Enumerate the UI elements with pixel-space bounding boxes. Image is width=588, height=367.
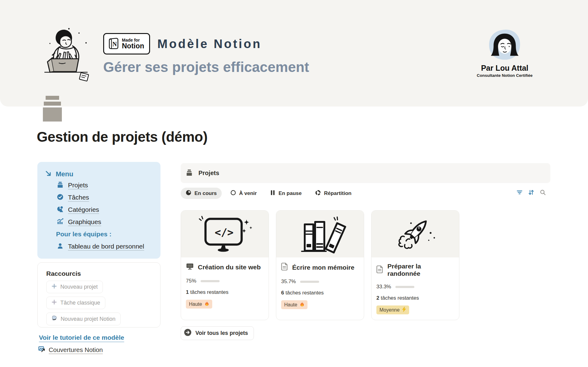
person-icon (57, 242, 64, 251)
badge-made-for: Made for (122, 38, 144, 43)
progress-bar (300, 281, 319, 283)
priority-tag: Haute (281, 300, 307, 309)
author-name: Par Lou Attal (474, 64, 535, 73)
sort-icon[interactable] (528, 189, 534, 197)
plus-icon (51, 299, 57, 306)
teams-heading: Pour les équipes : (56, 228, 160, 240)
tab-label[interactable]: En cours (194, 190, 217, 197)
books-illustration (276, 211, 364, 257)
tasks-count: 2 (376, 295, 379, 301)
tasks-remaining: 6 tâches restantes (281, 290, 359, 296)
tab-a-venir[interactable]: À venir (225, 188, 262, 199)
projects-panel-header: Projets (181, 163, 550, 183)
person-archive-illustration (44, 26, 99, 84)
plus-icon (51, 283, 57, 290)
main-column: Projets En cours À venir En pause (181, 163, 550, 367)
banner-title: Modèle Notion (157, 37, 262, 51)
lightning-icon (402, 307, 406, 313)
svg-text:N: N (112, 41, 117, 47)
tab-label[interactable]: Répartition (324, 190, 352, 197)
author-role: Consultante Notion Certifiée (474, 73, 535, 78)
tasks-label: tâches restantes (190, 289, 228, 295)
view-all-projects-button[interactable]: Voir tous les projets (181, 326, 254, 340)
notion-mini-icon (51, 315, 57, 323)
notion-logo-icon: N (108, 37, 119, 51)
tab-label[interactable]: En pause (278, 190, 302, 197)
sidebar-item-label[interactable]: Catégories (68, 206, 99, 213)
sidebar-item-label[interactable]: Projets (68, 182, 88, 189)
priority-label: Haute (284, 302, 297, 308)
author-avatar (487, 56, 523, 62)
sidebar-item-label[interactable]: Tableau de bord personnel (68, 243, 144, 250)
shortcuts-title: Raccourcis (46, 270, 160, 277)
shortcuts-card: Raccourcis Nouveau projet Tâche classiqu… (37, 262, 160, 328)
view-all-label: Voir tous les projets (195, 330, 248, 336)
in-progress-pie-icon (186, 190, 191, 197)
menu-title: Menu (56, 170, 73, 178)
sidebar-item-projets[interactable]: Projets (57, 179, 160, 191)
badge-notion: Notion (122, 42, 144, 50)
new-project-label: Nouveau projet (60, 284, 98, 290)
tasks-remaining: 2 tâches restantes (376, 295, 454, 301)
document-icon (376, 265, 383, 275)
notion-page: N Made for Notion Modèle Notion Gérer se… (0, 0, 588, 367)
priority-label: Haute (189, 301, 202, 307)
banner-subtitle: Gérer ses projets efficacement (103, 59, 309, 75)
project-card-title[interactable]: Préparer la randonnée (387, 263, 454, 277)
tab-en-cours[interactable]: En cours (181, 188, 222, 199)
rocket-illustration (371, 211, 459, 257)
new-project-button[interactable]: Nouveau projet (46, 281, 103, 293)
sidebar-item-taches[interactable]: Tâches (57, 191, 160, 204)
project-card-randonnee[interactable]: Préparer la randonnée 33.3% 2 tâches res… (371, 210, 459, 320)
project-card-site-web[interactable]: </> (181, 210, 269, 320)
classic-task-button[interactable]: Tâche classique (46, 297, 105, 309)
project-card-title[interactable]: Création du site web (198, 264, 261, 271)
projects-tabs: En cours À venir En pause Répartition (181, 188, 550, 199)
made-for-notion-badge: N Made for Notion (103, 33, 150, 54)
arrow-circle-icon (184, 328, 192, 338)
code-glyph: </> (215, 226, 233, 238)
menu-arrow-icon (45, 170, 52, 178)
document-icon (281, 263, 288, 272)
project-cards: </> (181, 210, 550, 320)
menu-card: Menu Projets Tâches Catégories Graphique… (37, 162, 160, 259)
pause-icon (270, 190, 275, 197)
page-title: Gestion de projets (démo) (37, 129, 207, 145)
sidebar-item-dashboard[interactable]: Tableau de bord personnel (57, 240, 160, 253)
project-card-title[interactable]: Écrire mon mémoire (292, 264, 354, 271)
priority-label: Moyenne (379, 307, 400, 313)
new-notion-project-button[interactable]: Nouveau projet Notion (46, 313, 121, 325)
progress-percent: 33.3% (376, 284, 391, 290)
tab-repartition[interactable]: Répartition (310, 188, 356, 199)
sidebar-item-label[interactable]: Graphiques (68, 218, 101, 226)
tutorial-link[interactable]: Voir le tutoriel de ce modèle (39, 334, 124, 341)
covers-link-row[interactable]: Couvertures Notion (38, 346, 103, 354)
tasks-remaining: 1 tâches restantes (186, 289, 264, 295)
archive-icon (186, 169, 193, 178)
progress-bar (201, 280, 220, 282)
priority-tag: Moyenne (376, 305, 409, 314)
tasks-check-icon (57, 193, 64, 202)
website-illustration: </> (181, 211, 269, 257)
monitor-icon (186, 263, 194, 272)
sidebar-item-graphiques[interactable]: Graphiques (57, 216, 160, 228)
tab-label[interactable]: À venir (239, 190, 257, 197)
tab-en-pause[interactable]: En pause (265, 188, 307, 199)
search-icon[interactable] (540, 189, 546, 197)
covers-link-label[interactable]: Couvertures Notion (49, 346, 103, 354)
progress-percent: 75% (186, 278, 196, 284)
charts-icon (57, 218, 64, 226)
projects-archive-icon (57, 181, 64, 189)
filter-icon[interactable] (516, 189, 523, 197)
classic-task-label: Tâche classique (60, 300, 100, 306)
distribution-donut-icon (315, 190, 321, 197)
tasks-count: 6 (281, 290, 284, 296)
project-card-memoire[interactable]: Écrire mon mémoire 35.7% 6 tâches restan… (276, 210, 364, 320)
page-archive-icon[interactable] (43, 96, 62, 123)
priority-tag: Haute (186, 300, 212, 309)
tasks-label: tâches restantes (381, 295, 419, 301)
sidebar-item-categories[interactable]: Catégories (57, 204, 160, 216)
projects-panel-title: Projets (198, 170, 219, 177)
banner-titles: N Made for Notion Modèle Notion Gérer se… (103, 33, 309, 75)
sidebar-item-label[interactable]: Tâches (68, 194, 89, 201)
